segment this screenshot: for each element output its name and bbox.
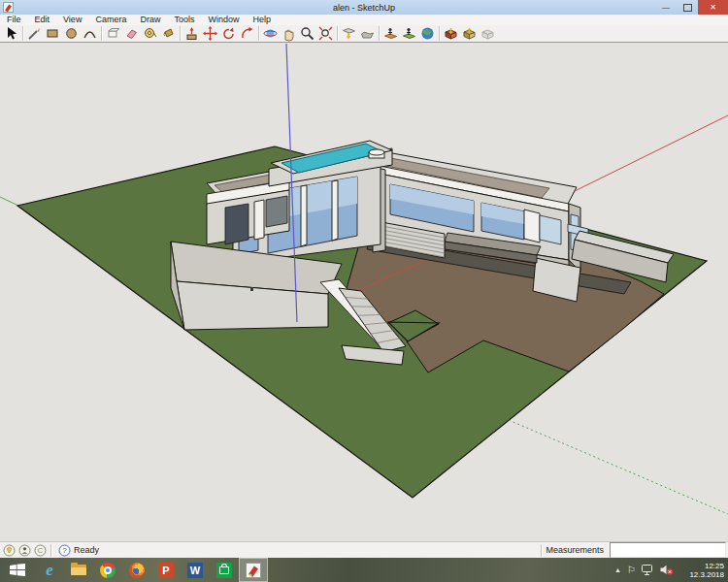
measurements-label: Measurements: [546, 545, 610, 555]
toggle-terrain-tool-button[interactable]: [358, 25, 377, 42]
toolbar-separator: [439, 26, 440, 41]
toolbar-separator: [258, 26, 259, 41]
push-pull-tool-button[interactable]: [182, 25, 201, 42]
paint-bucket-tool-button[interactable]: [159, 25, 178, 42]
toolbar-separator: [101, 26, 102, 41]
attribution-status-icon[interactable]: [18, 544, 31, 557]
chevron-up-icon[interactable]: ▲: [614, 566, 621, 573]
credits-status-icon[interactable]: C: [34, 544, 47, 557]
menu-item-draw[interactable]: Draw: [133, 15, 167, 25]
tray-time: 12:25: [705, 562, 724, 570]
get-models-tool-button[interactable]: [442, 25, 460, 42]
circle-icon: [63, 25, 80, 42]
push-pull-icon: [183, 25, 200, 42]
close-button[interactable]: ✕: [698, 0, 728, 15]
toolbar-separator: [337, 26, 338, 41]
taskbar-app-chrome[interactable]: [93, 558, 122, 582]
status-bar: C ? Ready Measurements: [0, 541, 728, 558]
minimize-button[interactable]: —: [655, 1, 677, 14]
menu-item-edit[interactable]: Edit: [28, 15, 57, 25]
menu-item-camera[interactable]: Camera: [88, 15, 133, 25]
start-button[interactable]: [0, 558, 35, 582]
select-tool-button[interactable]: [2, 25, 20, 42]
google-earth-tool-button[interactable]: [418, 25, 437, 42]
line-tool-button[interactable]: [25, 25, 44, 42]
help-icon[interactable]: ?: [58, 544, 71, 557]
taskbar-app-powerpoint[interactable]: P: [151, 558, 181, 582]
photo-textures-icon: [382, 25, 399, 42]
google-earth-icon: [419, 25, 436, 42]
eraser-icon: [123, 25, 140, 42]
action-center-flag-icon[interactable]: ⚐: [627, 566, 636, 575]
orbit-icon: [262, 25, 279, 42]
zoom-extents-tool-button[interactable]: [316, 25, 335, 42]
taskbar-app-word[interactable]: W: [181, 558, 210, 582]
toolbar-separator: [379, 26, 380, 41]
taskbar-app-sketchup[interactable]: [239, 558, 268, 582]
menu-item-help[interactable]: Help: [246, 15, 278, 25]
share-component-icon: [480, 25, 496, 42]
toolbar-separator: [22, 26, 23, 41]
arc-icon: [82, 25, 98, 42]
taskbar-clock[interactable]: 12:25 12.3.2018: [679, 562, 724, 579]
make-component-tool-button[interactable]: [104, 25, 122, 42]
taskbar-app-internet-explorer[interactable]: e: [35, 558, 64, 582]
share-models-icon: [461, 25, 478, 42]
menu-item-view[interactable]: View: [56, 15, 88, 25]
tray-date: 12.3.2018: [689, 570, 724, 579]
menu-item-file[interactable]: File: [0, 15, 28, 25]
orbit-tool-button[interactable]: [261, 25, 280, 42]
sketchup-logo-icon: [3, 2, 14, 13]
toolbar-separator: [180, 26, 181, 41]
building-maker-tool-button[interactable]: [400, 25, 418, 42]
taskbar-app-store[interactable]: [210, 558, 239, 582]
share-component-tool-button[interactable]: [479, 25, 497, 42]
volume-muted-icon[interactable]: [660, 565, 674, 575]
get-models-icon: [443, 25, 459, 42]
zoom-tool-button[interactable]: [298, 25, 316, 42]
taskbar-app-firefox[interactable]: [122, 558, 151, 582]
move-icon: [202, 25, 218, 42]
zoom-icon: [299, 25, 315, 42]
rotate-tool-button[interactable]: [219, 25, 238, 42]
photo-textures-tool-button[interactable]: [381, 25, 400, 42]
measurements-input[interactable]: [610, 542, 726, 558]
offset-tool-button[interactable]: [238, 25, 256, 42]
toggle-terrain-icon: [359, 25, 376, 42]
rectangle-tool-button[interactable]: [44, 25, 62, 42]
title-bar: alen - SketchUp — ✕: [0, 0, 728, 16]
taskbar-app-file-explorer[interactable]: [64, 558, 93, 582]
sketchup-scene: [0, 43, 728, 541]
menu-bar: FileEditViewCameraDrawToolsWindowHelp: [0, 15, 728, 25]
add-location-tool-button[interactable]: [340, 25, 358, 42]
arc-tool-button[interactable]: [81, 25, 99, 42]
rectangle-icon: [45, 25, 61, 42]
network-icon[interactable]: [642, 565, 654, 575]
rotate-icon: [220, 25, 237, 42]
eraser-tool-button[interactable]: [122, 25, 141, 42]
model-viewport[interactable]: [0, 43, 728, 541]
toolbar: [0, 25, 728, 43]
move-tool-button[interactable]: [201, 25, 219, 42]
tape-measure-tool-button[interactable]: [141, 25, 159, 42]
restore-button[interactable]: [677, 1, 698, 14]
paint-bucket-icon: [160, 25, 177, 42]
geolocation-status-icon[interactable]: [3, 544, 16, 557]
make-component-icon: [105, 25, 121, 42]
pan-icon: [281, 25, 297, 42]
window-title: alen - SketchUp: [0, 3, 728, 13]
status-message: Ready: [74, 545, 537, 555]
menu-item-window[interactable]: Window: [201, 15, 246, 25]
zoom-extents-icon: [317, 25, 334, 42]
share-models-tool-button[interactable]: [460, 25, 479, 42]
tape-measure-icon: [142, 25, 158, 42]
circle-tool-button[interactable]: [62, 25, 81, 42]
taskbar: ePW ▲⚐ 12:25 12.3.2018: [0, 558, 728, 582]
select-icon: [3, 25, 19, 42]
svg-text:?: ?: [62, 546, 67, 555]
offset-icon: [239, 25, 255, 42]
add-location-icon: [341, 25, 357, 42]
menu-item-tools[interactable]: Tools: [167, 15, 201, 25]
line-icon: [26, 25, 43, 42]
pan-tool-button[interactable]: [280, 25, 298, 42]
